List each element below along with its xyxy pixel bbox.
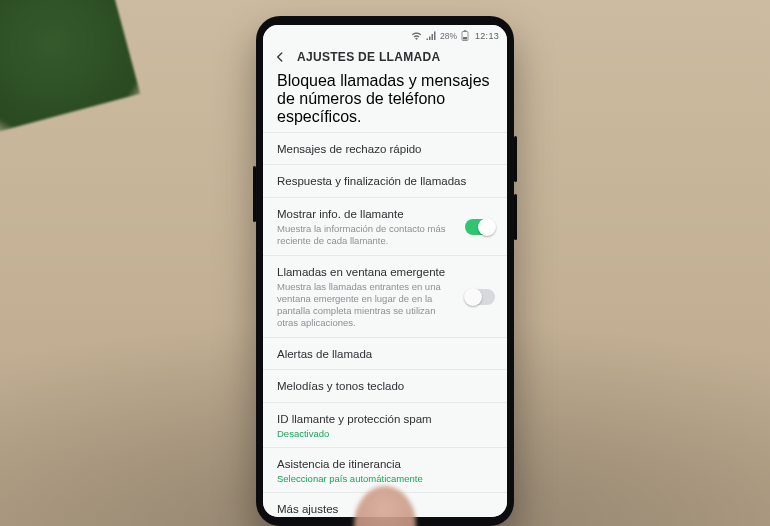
svg-rect-2	[463, 37, 467, 40]
app-header: AJUSTES DE LLAMADA	[263, 44, 507, 72]
back-icon[interactable]	[273, 50, 287, 64]
row-popup-calls-desc: Muestra las llamadas entrantes en una ve…	[277, 281, 459, 329]
phone-frame: 28% 12:13 AJUSTES DE LLAMADA Bloquea lla…	[256, 16, 514, 526]
battery-icon	[461, 30, 469, 41]
row-roaming-status: Seleccionar país automáticamente	[277, 473, 493, 484]
row-ringtones-title: Melodías y tonos teclado	[277, 379, 493, 393]
phone-screen: 28% 12:13 AJUSTES DE LLAMADA Bloquea lla…	[263, 25, 507, 517]
toggle-caller-info[interactable]	[465, 219, 495, 235]
row-answer-end[interactable]: Respuesta y finalización de llamadas	[263, 165, 507, 197]
row-caller-id-spam-status: Desactivado	[277, 428, 493, 439]
clock: 12:13	[475, 31, 499, 41]
settings-list: Bloquea llamadas y mensajes de números d…	[263, 72, 507, 517]
scene: 28% 12:13 AJUSTES DE LLAMADA Bloquea lla…	[0, 0, 770, 526]
row-block-numbers[interactable]: Bloquea llamadas y mensajes de números d…	[263, 72, 507, 133]
wifi-icon	[411, 31, 422, 40]
row-popup-calls[interactable]: Llamadas en ventana emergente Muestra la…	[263, 256, 507, 338]
row-quick-reject[interactable]: Mensajes de rechazo rápido	[263, 133, 507, 165]
toggle-popup-calls[interactable]	[465, 289, 495, 305]
decor-plant	[0, 0, 140, 140]
row-caller-id-spam-title: ID llamante y protección spam	[277, 412, 493, 426]
page-title: AJUSTES DE LLAMADA	[297, 50, 440, 64]
row-call-alerts[interactable]: Alertas de llamada	[263, 338, 507, 370]
row-ringtones[interactable]: Melodías y tonos teclado	[263, 370, 507, 402]
row-call-alerts-title: Alertas de llamada	[277, 347, 493, 361]
row-caller-info-desc: Muestra la información de contacto más r…	[277, 223, 459, 247]
battery-percent: 28%	[440, 31, 457, 41]
status-bar: 28% 12:13	[263, 25, 507, 44]
row-answer-end-title: Respuesta y finalización de llamadas	[277, 174, 493, 188]
row-popup-calls-title: Llamadas en ventana emergente	[277, 265, 459, 279]
row-roaming-title: Asistencia de itinerancia	[277, 457, 493, 471]
signal-icon	[426, 31, 436, 40]
row-block-numbers-desc: Bloquea llamadas y mensajes de números d…	[277, 72, 493, 126]
row-caller-id-spam[interactable]: ID llamante y protección spam Desactivad…	[263, 403, 507, 448]
row-caller-info-title: Mostrar info. de llamante	[277, 207, 459, 221]
svg-rect-1	[464, 30, 467, 31]
row-caller-info[interactable]: Mostrar info. de llamante Muestra la inf…	[263, 198, 507, 256]
row-quick-reject-title: Mensajes de rechazo rápido	[277, 142, 493, 156]
